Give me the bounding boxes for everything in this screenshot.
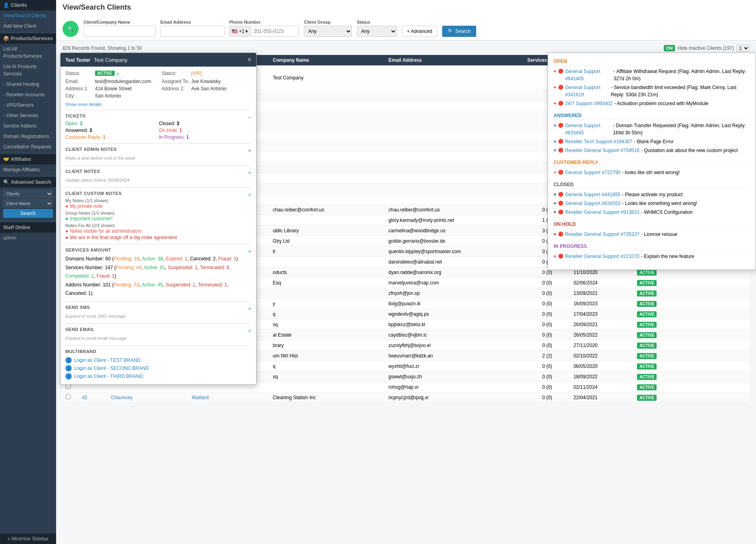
- sidebar-item-shared-hosting[interactable]: - Shared Hosting: [0, 79, 56, 89]
- cell-services: 0 (0): [524, 278, 570, 288]
- client-detail-popup[interactable]: Test Tester Test Company × Status: ACTIV…: [60, 53, 257, 385]
- cell-email: goldie.gerrario@bresler.de: [385, 236, 524, 246]
- advanced-button[interactable]: + Advanced: [402, 26, 437, 37]
- email-input[interactable]: [160, 26, 224, 37]
- cell-email: [385, 65, 524, 90]
- custom-notes-plus[interactable]: +: [248, 191, 251, 198]
- multibrand-brand2[interactable]: 👤 Login as Client - SECOND BRAND: [65, 364, 251, 372]
- client-id-link[interactable]: 42: [82, 395, 87, 400]
- col-header-email[interactable]: Email Address: [385, 55, 524, 65]
- send-email-plus[interactable]: +: [248, 327, 251, 334]
- brand2-avatar: 👤: [65, 365, 72, 371]
- search-icon-circle[interactable]: 🔍: [63, 21, 79, 37]
- minimise-sidebar-button[interactable]: « Minimise Sidebar: [0, 534, 56, 544]
- popup-show-more[interactable]: Show more details: [65, 102, 251, 107]
- status-select[interactable]: Any: [357, 26, 397, 37]
- services-amount-plus[interactable]: +: [248, 248, 251, 254]
- client-company-input[interactable]: [83, 26, 156, 37]
- important-note-text[interactable]: Important customer!: [70, 216, 113, 221]
- sidebar-item-domain-registrations[interactable]: Domain Registrations: [0, 131, 56, 142]
- cell-created: 22/04/2021: [570, 392, 634, 403]
- notes-admins-text[interactable]: Notes visible for all administrators: [70, 228, 141, 234]
- private-note-text[interactable]: My private note: [70, 203, 103, 209]
- brand3-avatar: 👤: [65, 373, 72, 380]
- notes-final-stage-row: ● We are in the final stage off a big or…: [65, 234, 251, 241]
- sidebar-clients-header[interactable]: 👤 Clients: [0, 0, 56, 10]
- client-group-select[interactable]: Any: [304, 26, 352, 37]
- page-select[interactable]: 1: [736, 45, 750, 52]
- col-header-company[interactable]: Company Name: [269, 55, 385, 65]
- cell-status: ACTIVE: [634, 309, 680, 319]
- multibrand-brand1[interactable]: 👤 Login as Client - TEST BRAND: [65, 356, 251, 364]
- sidebar-item-service-addons[interactable]: Service Addons: [0, 121, 56, 131]
- search-field-select[interactable]: Client Name: [3, 199, 53, 207]
- tickets-inprogress: In Progress: 1: [159, 134, 252, 140]
- phone-input[interactable]: [251, 26, 299, 37]
- sidebar-affiliates-header[interactable]: 🤝 Affiliates: [0, 154, 56, 164]
- tickets-popup[interactable]: OPEN ● 🔴 General Support #641405 - Affil…: [548, 53, 756, 270]
- cell-services: 0 (0): [524, 309, 570, 319]
- phone-flag[interactable]: 🇺🇸 +1 ▾: [229, 26, 250, 37]
- tickets-plus-icon[interactable]: --: [248, 114, 251, 120]
- cell-company: q: [269, 361, 385, 371]
- cell-created: 26/05/2022: [570, 330, 634, 340]
- cell-email: glory.kannady@insty-prints.net: [385, 215, 524, 225]
- tickets-customer-reply-header: CUSTOMER-REPLY: [554, 158, 750, 166]
- cell-email: darondeleo@alinabal.net: [385, 257, 524, 267]
- sidebar-products-header[interactable]: 📦 Products/Services: [0, 33, 56, 44]
- tickets-closed-header: CLOSED: [554, 180, 750, 189]
- client-notes-plus[interactable]: +: [248, 169, 251, 176]
- multibrand-brand3[interactable]: 👤 Login as Client - THIRD BRAND: [65, 372, 251, 380]
- phone-input-group: 🇺🇸 +1 ▾: [229, 26, 299, 37]
- search-type-select[interactable]: Clients: [3, 190, 53, 198]
- popup-client-name: Test Tester Test Company: [65, 57, 127, 63]
- popup-email-row: Email: test@modulesgarden.com: [65, 79, 155, 84]
- ticket-onhold-1: ● 🔴 Reseller General Support #735337 - L…: [554, 230, 750, 239]
- ticket-customer-reply-1: ● 🔴 General Support #722790 - looks like…: [554, 168, 750, 177]
- notes-final-stage-text[interactable]: We are in the final stage off a big orde…: [70, 235, 177, 240]
- cell-company: sq: [269, 319, 385, 330]
- sidebar-item-vps-servers[interactable]: - VPS/Servers: [0, 100, 56, 110]
- admin-notes-plus[interactable]: +: [248, 147, 251, 154]
- cell-services: 0 (0): [524, 298, 570, 309]
- client-company-name-group: Client/Company Name: [83, 20, 156, 37]
- row-checkbox[interactable]: [66, 394, 71, 399]
- popup-close-button[interactable]: ×: [248, 56, 251, 63]
- sidebar-item-list-ai-products[interactable]: List AI Products Services: [0, 61, 56, 79]
- send-sms-plus[interactable]: +: [248, 305, 251, 312]
- last-name-link[interactable]: Maillard: [192, 395, 209, 400]
- cell-status: ACTIVE: [634, 330, 680, 340]
- sidebar-item-other-services[interactable]: - Other Services: [0, 110, 56, 121]
- first-name-link[interactable]: Chauncey: [111, 395, 133, 400]
- cell-company: q: [269, 309, 385, 319]
- sidebar-item-list-all-products[interactable]: List All Products/Services: [0, 44, 56, 61]
- status-badge: ACTIVE: [637, 280, 657, 286]
- sidebar-advanced-search-header[interactable]: 🔍 Advanced Search: [0, 177, 56, 187]
- sidebar-item-view-search-clients[interactable]: View/Search Clients: [0, 10, 56, 21]
- sidebar-item-reseller-accounts[interactable]: - Reseller Accounts: [0, 89, 56, 100]
- group-notes-label: Group Notes (1/1 shown): [65, 211, 251, 215]
- sidebar-item-manage-affiliates[interactable]: Manage Affiliates: [0, 164, 56, 175]
- cell-status: ACTIVE: [634, 371, 680, 382]
- cell-services: 0 (0): [524, 330, 570, 340]
- cell-company: [269, 141, 385, 152]
- cell-email: rohxg@hap.vr: [385, 382, 524, 392]
- status-badge: ACTIVE: [637, 363, 657, 369]
- popup-status-plus[interactable]: +: [116, 71, 119, 77]
- sidebar-item-cancellation-requests[interactable]: Cancellation Requests: [0, 142, 56, 152]
- cell-company: ublic Library: [269, 225, 385, 236]
- divider-4: [0, 221, 56, 221]
- cell-status: ACTIVE: [634, 278, 680, 288]
- cell-services: 0 (0): [524, 340, 570, 351]
- search-button[interactable]: 🔍 Search: [442, 26, 476, 37]
- cell-created: 26/09/2021: [570, 319, 634, 330]
- ticket-answered-2: ● 🔴 Reseller Tech Support #184387 - Blan…: [554, 137, 750, 146]
- client-notes-title: CLIENT NOTES: [65, 169, 100, 174]
- sidebar-item-add-new-client[interactable]: Add New Client: [0, 21, 56, 31]
- main-content: View/Search Clients 🔍 Client/Company Nam…: [56, 0, 756, 544]
- toggle-on-badge[interactable]: ON: [664, 45, 675, 51]
- sidebar-search-button[interactable]: Search: [3, 209, 53, 218]
- ticket-stats: Open: 3 Closed: 3 Answered: 3: [65, 121, 251, 140]
- status-badge: ACTIVE: [637, 374, 657, 380]
- page-title: View/Search Clients: [63, 3, 750, 12]
